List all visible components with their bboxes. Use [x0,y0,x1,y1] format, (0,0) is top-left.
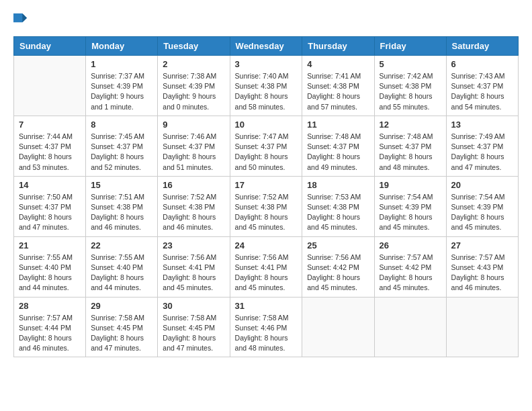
week-row-3: 14Sunrise: 7:50 AM Sunset: 4:37 PM Dayli… [14,176,519,236]
calendar-cell [446,297,518,357]
calendar-cell: 12Sunrise: 7:48 AM Sunset: 4:37 PM Dayli… [374,116,446,176]
week-row-4: 21Sunrise: 7:55 AM Sunset: 4:40 PM Dayli… [14,236,519,297]
day-number: 19 [380,180,441,190]
calendar-cell: 7Sunrise: 7:44 AM Sunset: 4:37 PM Daylig… [14,116,86,176]
day-number: 15 [91,180,152,190]
day-number: 30 [163,301,224,311]
col-header-thursday: Thursday [302,37,374,56]
day-number: 3 [235,59,298,69]
calendar-cell: 19Sunrise: 7:54 AM Sunset: 4:39 PM Dayli… [374,176,446,236]
day-number: 25 [307,240,369,250]
calendar-cell: 9Sunrise: 7:46 AM Sunset: 4:37 PM Daylig… [158,116,230,176]
day-number: 4 [307,59,369,69]
cell-info: Sunrise: 7:37 AM Sunset: 4:39 PM Dayligh… [91,71,152,112]
col-header-sunday: Sunday [14,37,86,56]
day-number: 12 [380,120,441,130]
calendar-cell: 15Sunrise: 7:51 AM Sunset: 4:38 PM Dayli… [86,176,158,236]
calendar-cell: 26Sunrise: 7:57 AM Sunset: 4:42 PM Dayli… [374,236,446,297]
calendar-cell: 2Sunrise: 7:38 AM Sunset: 4:39 PM Daylig… [158,56,230,116]
cell-info: Sunrise: 7:40 AM Sunset: 4:38 PM Dayligh… [235,71,298,112]
calendar-cell: 13Sunrise: 7:49 AM Sunset: 4:37 PM Dayli… [446,116,518,176]
cell-info: Sunrise: 7:38 AM Sunset: 4:39 PM Dayligh… [163,71,224,112]
col-header-tuesday: Tuesday [158,37,230,56]
calendar-cell: 31Sunrise: 7:58 AM Sunset: 4:46 PM Dayli… [230,297,302,357]
day-number: 1 [91,59,152,69]
day-number: 5 [380,59,441,69]
cell-info: Sunrise: 7:49 AM Sunset: 4:37 PM Dayligh… [451,132,513,173]
day-number: 21 [19,240,81,250]
calendar-header: SundayMondayTuesdayWednesdayThursdayFrid… [14,37,519,56]
calendar-cell: 16Sunrise: 7:52 AM Sunset: 4:38 PM Dayli… [158,176,230,236]
cell-info: Sunrise: 7:54 AM Sunset: 4:39 PM Dayligh… [380,192,441,233]
col-header-friday: Friday [374,37,446,56]
day-number: 27 [451,240,513,250]
calendar-cell: 6Sunrise: 7:43 AM Sunset: 4:37 PM Daylig… [446,56,518,116]
day-number: 17 [235,180,298,190]
cell-info: Sunrise: 7:43 AM Sunset: 4:37 PM Dayligh… [451,71,513,112]
cell-info: Sunrise: 7:58 AM Sunset: 4:46 PM Dayligh… [235,313,298,354]
cell-info: Sunrise: 7:57 AM Sunset: 4:44 PM Dayligh… [19,313,81,354]
calendar-table: SundayMondayTuesdayWednesdayThursdayFrid… [13,36,519,357]
col-header-wednesday: Wednesday [230,37,302,56]
day-number: 16 [163,180,224,190]
cell-info: Sunrise: 7:41 AM Sunset: 4:38 PM Dayligh… [307,71,369,112]
cell-info: Sunrise: 7:56 AM Sunset: 4:41 PM Dayligh… [235,253,298,293]
day-number: 7 [19,120,81,130]
cell-info: Sunrise: 7:58 AM Sunset: 4:45 PM Dayligh… [163,313,224,354]
day-number: 24 [235,240,298,250]
calendar-cell: 5Sunrise: 7:42 AM Sunset: 4:38 PM Daylig… [374,56,446,116]
calendar-cell: 14Sunrise: 7:50 AM Sunset: 4:37 PM Dayli… [14,176,86,236]
cell-info: Sunrise: 7:52 AM Sunset: 4:38 PM Dayligh… [163,192,224,233]
calendar-cell [302,297,374,357]
logo [13,13,30,30]
day-number: 20 [451,180,513,190]
cell-info: Sunrise: 7:53 AM Sunset: 4:38 PM Dayligh… [307,192,369,233]
day-number: 13 [451,120,513,130]
cell-info: Sunrise: 7:58 AM Sunset: 4:45 PM Dayligh… [91,313,152,354]
cell-info: Sunrise: 7:47 AM Sunset: 4:37 PM Dayligh… [235,132,298,173]
week-row-5: 28Sunrise: 7:57 AM Sunset: 4:44 PM Dayli… [14,297,519,357]
calendar-cell: 1Sunrise: 7:37 AM Sunset: 4:39 PM Daylig… [86,56,158,116]
cell-info: Sunrise: 7:48 AM Sunset: 4:37 PM Dayligh… [307,132,369,173]
calendar-cell: 23Sunrise: 7:56 AM Sunset: 4:41 PM Dayli… [158,236,230,297]
cell-info: Sunrise: 7:54 AM Sunset: 4:39 PM Dayligh… [451,192,513,233]
calendar-cell: 24Sunrise: 7:56 AM Sunset: 4:41 PM Dayli… [230,236,302,297]
cell-info: Sunrise: 7:46 AM Sunset: 4:37 PM Dayligh… [163,132,224,173]
day-number: 10 [235,120,298,130]
calendar-cell: 21Sunrise: 7:55 AM Sunset: 4:40 PM Dayli… [14,236,86,297]
day-number: 31 [235,301,298,311]
day-number: 11 [307,120,369,130]
day-number: 28 [19,301,81,311]
calendar-cell: 11Sunrise: 7:48 AM Sunset: 4:37 PM Dayli… [302,116,374,176]
calendar-cell: 4Sunrise: 7:41 AM Sunset: 4:38 PM Daylig… [302,56,374,116]
col-header-saturday: Saturday [446,37,518,56]
calendar-cell: 29Sunrise: 7:58 AM Sunset: 4:45 PM Dayli… [86,297,158,357]
cell-info: Sunrise: 7:44 AM Sunset: 4:37 PM Dayligh… [19,132,81,173]
day-number: 2 [163,59,224,69]
cell-info: Sunrise: 7:50 AM Sunset: 4:37 PM Dayligh… [19,192,81,233]
day-number: 23 [163,240,224,250]
calendar-cell: 28Sunrise: 7:57 AM Sunset: 4:44 PM Dayli… [14,297,86,357]
day-number: 6 [451,59,513,69]
logo-image [13,13,27,30]
calendar-cell: 17Sunrise: 7:52 AM Sunset: 4:38 PM Dayli… [230,176,302,236]
cell-info: Sunrise: 7:56 AM Sunset: 4:41 PM Dayligh… [163,253,224,293]
svg-marker-1 [22,13,27,22]
day-number: 22 [91,240,152,250]
day-number: 14 [19,180,81,190]
day-number: 26 [380,240,441,250]
calendar-cell: 27Sunrise: 7:57 AM Sunset: 4:43 PM Dayli… [446,236,518,297]
day-number: 9 [163,120,224,130]
cell-info: Sunrise: 7:56 AM Sunset: 4:42 PM Dayligh… [307,253,369,293]
col-header-monday: Monday [86,37,158,56]
week-row-1: 1Sunrise: 7:37 AM Sunset: 4:39 PM Daylig… [14,56,519,116]
cell-info: Sunrise: 7:52 AM Sunset: 4:38 PM Dayligh… [235,192,298,233]
cell-info: Sunrise: 7:51 AM Sunset: 4:38 PM Dayligh… [91,192,152,233]
day-number: 8 [91,120,152,130]
cell-info: Sunrise: 7:57 AM Sunset: 4:43 PM Dayligh… [451,253,513,293]
cell-info: Sunrise: 7:55 AM Sunset: 4:40 PM Dayligh… [91,253,152,293]
week-row-2: 7Sunrise: 7:44 AM Sunset: 4:37 PM Daylig… [14,116,519,176]
cell-info: Sunrise: 7:57 AM Sunset: 4:42 PM Dayligh… [380,253,441,293]
page-header [13,13,519,30]
cell-info: Sunrise: 7:42 AM Sunset: 4:38 PM Dayligh… [380,71,441,112]
